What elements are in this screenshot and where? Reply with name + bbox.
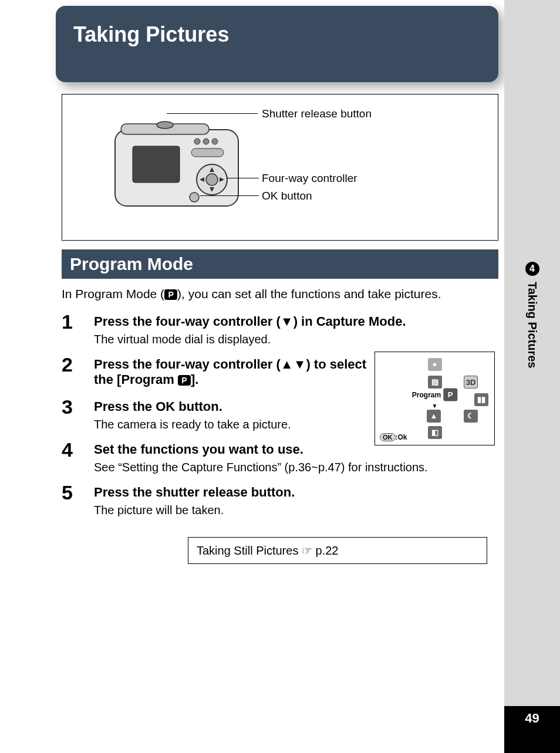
step-1: 1 Press the four-way controller (▼) in C… <box>62 312 498 349</box>
tab-label: Taking Pictures <box>525 282 539 368</box>
side-tab: 4 Taking Pictures 49 <box>504 0 560 753</box>
step-title: Press the four-way controller (▼) in Cap… <box>94 314 498 329</box>
page-number: 49 <box>504 706 560 753</box>
step-5: 5 Press the shutter release button. The … <box>62 482 498 519</box>
step-number: 1 <box>62 312 94 332</box>
chapter-banner: Taking Pictures <box>56 6 498 82</box>
thumb-tab: 4 Taking Pictures <box>524 262 541 368</box>
svg-point-2 <box>157 121 173 129</box>
callout-ok: OK button <box>262 190 312 202</box>
camera-illustration <box>109 106 250 229</box>
svg-rect-3 <box>133 146 180 183</box>
mode-icon-movie: ▮▮ <box>474 393 488 406</box>
svg-point-4 <box>194 139 200 144</box>
step-desc: The picture will be taken. <box>94 504 498 517</box>
step-number: 5 <box>62 482 94 502</box>
callout-fourway: Four-way controller <box>262 172 357 185</box>
mode-icon-scene: ▨ <box>428 376 442 389</box>
mode-icon-night: ☾ <box>464 410 478 423</box>
program-mode-icon: P <box>178 375 191 386</box>
mode-icon-landscape: ▲ <box>427 410 441 423</box>
step-title: Press the shutter release button. <box>94 485 498 500</box>
svg-point-6 <box>212 139 218 144</box>
svg-point-9 <box>206 174 218 185</box>
lcd-mode-label: Program <box>412 391 441 399</box>
svg-rect-7 <box>191 148 224 157</box>
tab-number: 4 <box>525 262 539 276</box>
step-number: 3 <box>62 397 94 417</box>
cross-reference-box: Taking Still Pictures ☞ p.22 <box>188 537 487 564</box>
lcd-center-icon: P <box>443 389 457 401</box>
mode-icon-top: ● <box>428 358 442 371</box>
callout-shutter: Shutter release button <box>262 107 372 120</box>
chapter-title: Taking Pictures <box>73 22 481 47</box>
mode-icon-bottom: ◧ <box>428 426 442 439</box>
step-number: 4 <box>62 440 94 460</box>
svg-point-5 <box>203 139 209 144</box>
main-content: Taking Pictures <box>0 0 504 753</box>
step-desc: The virtual mode dial is displayed. <box>94 333 498 346</box>
step-title: Press the four-way controller (▲▼) to se… <box>94 357 370 387</box>
program-mode-icon: P <box>164 289 177 300</box>
step-desc: See “Setting the Capture Functions” (p.3… <box>94 461 498 474</box>
step-number: 2 <box>62 354 94 374</box>
section-heading: Program Mode <box>62 249 498 279</box>
camera-diagram: Shutter release button Four-way controll… <box>62 94 498 241</box>
lcd-ok-hint: OK:Ok <box>380 433 407 441</box>
mode-icon-3d: 3D <box>464 376 478 389</box>
svg-point-14 <box>190 193 199 202</box>
intro-text: In Program Mode (P), you can set all the… <box>62 287 498 301</box>
lcd-preview: ● ▨ 3D ▮▮ ☾ ▲ ◧ Program P ▼ OK:Ok <box>375 352 495 445</box>
